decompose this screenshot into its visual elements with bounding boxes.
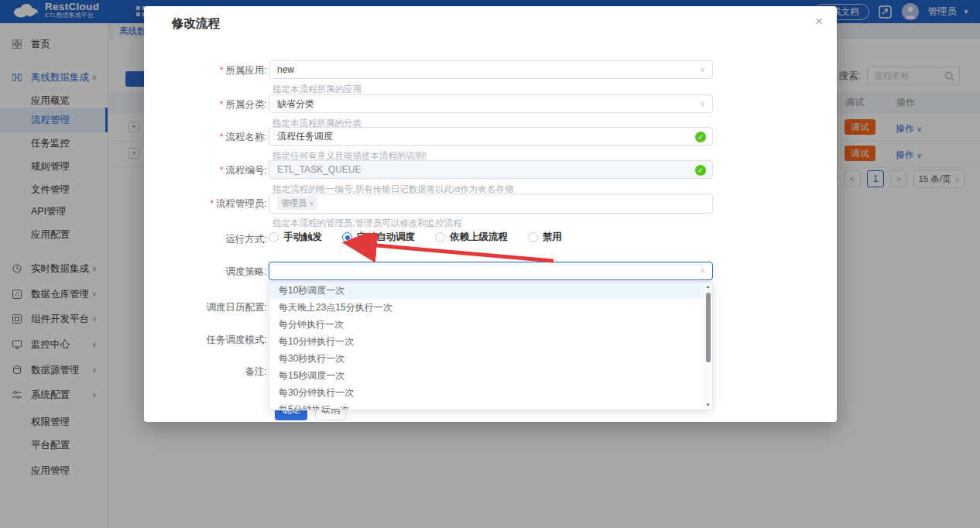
scroll-up-icon[interactable]: ▲: [704, 284, 711, 289]
process-name-input[interactable]: 流程任务调度 ✓: [269, 127, 713, 146]
dropdown-option[interactable]: 每5分钟执行一次: [269, 401, 712, 410]
dropdown-scrollbar[interactable]: ▲ ▼: [704, 283, 711, 408]
tag-remove-icon[interactable]: ×: [310, 200, 314, 207]
field-help-admin: 指定本流程的管理员,管理员可以修改和监控流程: [272, 218, 462, 229]
field-label-task-mode: 任务调度模式:: [144, 334, 267, 347]
process-admin-input[interactable]: 管理员×: [269, 194, 713, 214]
process-code-input: ETL_TASK_QUEUE ✓: [269, 160, 713, 179]
modal-title: 修改流程: [172, 15, 220, 32]
field-label-admin: *流程管理员:: [144, 197, 267, 211]
red-annotation-arrow: [330, 233, 562, 268]
label-text: 运行方式:: [226, 234, 267, 245]
label-text: 流程管理员:: [216, 198, 267, 209]
label-text: 流程编号:: [226, 165, 267, 176]
dropdown-option[interactable]: 每10分钟执行一次: [269, 333, 712, 350]
label-text: 备注:: [245, 366, 267, 377]
field-label-run-mode: 运行方式:: [144, 233, 267, 246]
category-select-value: 缺省分类: [277, 98, 314, 109]
required-mark: *: [220, 65, 224, 76]
radio-circle: [269, 232, 279, 242]
label-text: 任务调度模式:: [207, 334, 267, 345]
field-label-schedule: 调度策略:: [144, 266, 267, 279]
admin-tag-label: 管理员: [281, 198, 307, 207]
chevron-down-icon: ∨: [700, 61, 705, 78]
field-label-code: *流程编号:: [144, 164, 267, 177]
process-name-value: 流程任务调度: [277, 131, 333, 142]
chevron-down-icon: ∨: [700, 95, 705, 112]
chevron-up-icon: ∧: [700, 262, 705, 279]
required-mark: *: [220, 99, 224, 110]
field-label-remark: 备注:: [144, 365, 267, 379]
close-icon[interactable]: ×: [815, 14, 823, 29]
scroll-down-icon[interactable]: ▼: [704, 403, 711, 407]
radio-manual-trigger[interactable]: 手动触发: [269, 231, 322, 244]
field-label-calendar: 调度日历配置:: [144, 301, 267, 314]
edit-process-modal: 修改流程 × *所属应用: new ∨ 指定本流程所属的应用 *所属分类: 缺省…: [144, 6, 837, 422]
dropdown-option[interactable]: 每天晚上23点15分执行一次: [269, 299, 712, 316]
valid-check-icon: ✓: [695, 132, 706, 142]
required-mark: *: [210, 198, 214, 209]
required-mark: *: [220, 132, 224, 142]
app-select[interactable]: new ∨: [269, 60, 713, 79]
label-text: 调度策略:: [226, 266, 267, 277]
field-label-app: *所属应用:: [144, 64, 267, 77]
label-text: 所属应用:: [226, 65, 267, 76]
label-text: 所属分类:: [226, 99, 267, 110]
schedule-policy-dropdown: 每10秒调度一次 每天晚上23点15分执行一次 每分钟执行一次 每10分钟执行一…: [269, 281, 713, 410]
category-select[interactable]: 缺省分类 ∨: [269, 94, 713, 113]
scrollbar-thumb[interactable]: [706, 293, 711, 362]
dropdown-option[interactable]: 每分钟执行一次: [269, 316, 712, 333]
dropdown-option[interactable]: 每30秒执行一次: [269, 350, 712, 367]
label-text: 调度日历配置:: [207, 302, 267, 313]
valid-check-icon: ✓: [695, 165, 706, 176]
dropdown-option[interactable]: 每15秒调度一次: [269, 367, 712, 384]
process-code-value: ETL_TASK_QUEUE: [277, 164, 361, 175]
field-label-category: *所属分类:: [144, 98, 267, 111]
radio-label: 手动触发: [283, 231, 322, 244]
field-help-app: 指定本流程所属的应用: [272, 84, 362, 95]
dropdown-option[interactable]: 每10秒调度一次: [269, 282, 712, 299]
dropdown-option[interactable]: 每30分钟执行一次: [269, 384, 712, 401]
required-mark: *: [220, 165, 224, 176]
label-text: 流程名称:: [226, 132, 267, 142]
app-select-value: new: [277, 64, 294, 75]
admin-tag: 管理员×: [277, 196, 317, 210]
field-label-name: *流程名称:: [144, 131, 267, 144]
